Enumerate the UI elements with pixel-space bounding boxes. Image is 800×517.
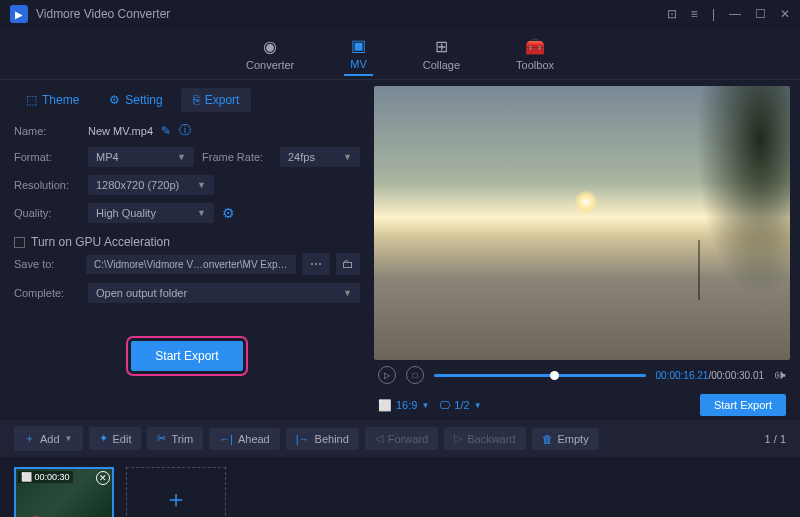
chevron-down-icon: ▼ [197,180,206,190]
edit-name-icon[interactable]: ✎ [161,124,171,138]
tab-theme[interactable]: ⬚Theme [14,88,91,112]
quality-select[interactable]: High Quality▼ [88,203,214,223]
browse-button[interactable]: ⋯ [302,253,330,275]
display-scale-select[interactable]: 🖵1/2▼ [439,399,481,411]
open-folder-icon[interactable]: 🗀 [336,253,360,275]
chevron-down-icon: ▼ [65,434,73,443]
nav-mv[interactable]: ▣MV [344,32,373,76]
clip-thumbnail[interactable]: ⬜ 00:00:30 ✕ ▷ 🔇 ✦ ✂ [14,467,114,517]
remove-clip-icon[interactable]: ✕ [96,471,110,485]
menu-icon[interactable]: ≡ [691,7,698,21]
feedback-icon[interactable]: ⊡ [667,7,677,21]
ahead-button[interactable]: ←|Ahead [209,428,280,450]
trash-icon: 🗑 [542,433,553,445]
chevron-down-icon: ▼ [343,152,352,162]
gpu-label: Turn on GPU Acceleration [31,235,170,249]
saveto-label: Save to: [14,258,80,270]
plus-icon: ＋ [24,431,35,446]
forward-button[interactable]: ◁Forward [365,427,438,450]
wand-icon: ✦ [99,432,108,445]
converter-icon: ◉ [263,37,277,56]
preview-decoration [574,190,598,214]
info-icon[interactable]: ⓘ [179,122,191,139]
gear-icon: ⚙ [109,93,120,107]
tab-setting[interactable]: ⚙Setting [97,88,174,112]
behind-button[interactable]: |→Behind [286,428,359,450]
ahead-icon: ←| [219,433,233,445]
aspect-icon: ⬜ [378,399,392,412]
framerate-label: Frame Rate: [202,151,272,163]
name-label: Name: [14,125,80,137]
format-label: Format: [14,151,80,163]
gpu-checkbox[interactable] [14,237,25,248]
chevron-down-icon: ▼ [343,288,352,298]
add-button[interactable]: ＋Add▼ [14,426,83,451]
name-value: New MV.mp4 [88,125,153,137]
stop-button[interactable]: □ [406,366,424,384]
monitor-icon: 🖵 [439,399,450,411]
plus-icon: ＋ [164,483,188,515]
mv-icon: ▣ [351,36,366,55]
complete-label: Complete: [14,287,80,299]
complete-select[interactable]: Open output folder▼ [88,283,360,303]
play-button[interactable]: ▷ [378,366,396,384]
app-title: Vidmore Video Converter [36,7,667,21]
add-clip-button[interactable]: ＋ [126,467,226,517]
page-indicator: 1 / 1 [765,433,786,445]
minimize-icon[interactable]: — [729,7,741,21]
quality-label: Quality: [14,207,80,219]
nav-toolbox[interactable]: 🧰Toolbox [510,33,560,75]
forward-icon: ◁ [375,432,383,445]
chevron-down-icon: ▼ [177,152,186,162]
resolution-select[interactable]: 1280x720 (720p)▼ [88,175,214,195]
behind-icon: |→ [296,433,310,445]
start-export-button[interactable]: Start Export [131,341,242,371]
saveto-path: C:\Vidmore\Vidmore V…onverter\MV Exporte… [86,255,296,274]
chevron-down-icon: ▼ [197,208,206,218]
video-preview[interactable] [374,86,790,360]
trim-button[interactable]: ✂Trim [147,427,203,450]
nav-collage[interactable]: ⊞Collage [417,33,466,75]
export-icon: ⎘ [193,93,200,107]
backward-button[interactable]: ▷Backward [444,427,525,450]
clip-duration: ⬜ 00:00:30 [18,471,73,483]
chevron-down-icon: ▼ [474,401,482,410]
divider: | [712,7,715,21]
close-icon[interactable]: ✕ [780,7,790,21]
collage-icon: ⊞ [435,37,448,56]
chevron-down-icon: ▼ [421,401,429,410]
app-logo: ▶ [10,5,28,23]
preview-decoration [670,86,790,360]
start-export-button-2[interactable]: Start Export [700,394,786,416]
nav-converter[interactable]: ◉Converter [240,33,300,75]
resolution-label: Resolution: [14,179,80,191]
scissors-icon: ✂ [157,432,166,445]
maximize-icon[interactable]: ☐ [755,7,766,21]
progress-bar[interactable] [434,374,646,377]
preview-decoration [698,240,700,300]
quality-settings-icon[interactable]: ⚙ [222,205,235,221]
aspect-ratio-select[interactable]: ⬜16:9▼ [378,399,429,412]
format-select[interactable]: MP4▼ [88,147,194,167]
backward-icon: ▷ [454,432,462,445]
volume-icon[interactable]: 🕪 [774,368,786,382]
empty-button[interactable]: 🗑Empty [532,428,599,450]
framerate-select[interactable]: 24fps▼ [280,147,360,167]
theme-icon: ⬚ [26,93,37,107]
edit-button[interactable]: ✦Edit [89,427,142,450]
tab-export[interactable]: ⎘Export [181,88,252,112]
toolbox-icon: 🧰 [525,37,545,56]
time-display: 00:00:16.21/00:00:30.01 [656,370,764,381]
